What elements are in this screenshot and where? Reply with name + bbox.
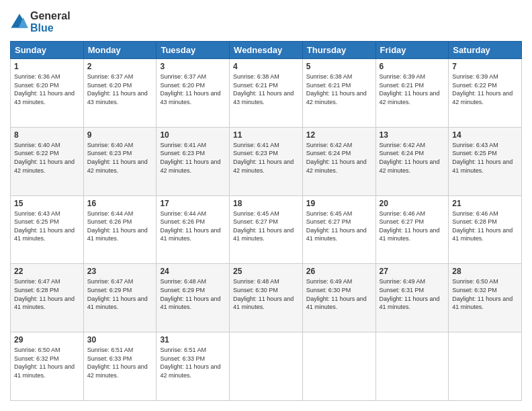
- day-info: Sunrise: 6:41 AMSunset: 6:23 PMDaylight:…: [233, 141, 299, 175]
- day-number: 24: [160, 267, 226, 276]
- day-number: 10: [160, 130, 226, 140]
- day-number: 29: [14, 335, 80, 345]
- day-info: Sunrise: 6:36 AMSunset: 6:20 PMDaylight:…: [14, 73, 80, 106]
- day-number: 6: [380, 62, 445, 71]
- calendar-day-cell: [449, 332, 522, 401]
- logo-text: General Blue: [30, 10, 71, 34]
- calendar-day-header: Saturday: [449, 42, 522, 59]
- calendar-day-cell: 31Sunrise: 6:51 AMSunset: 6:33 PMDayligh…: [157, 332, 230, 401]
- calendar-day-cell: 15Sunrise: 6:43 AMSunset: 6:25 PMDayligh…: [11, 195, 84, 264]
- day-number: 25: [233, 267, 299, 276]
- day-info: Sunrise: 6:45 AMSunset: 6:27 PMDaylight:…: [233, 210, 299, 243]
- day-number: 27: [380, 267, 445, 276]
- calendar-day-cell: 4Sunrise: 6:38 AMSunset: 6:21 PMDaylight…: [230, 59, 303, 128]
- calendar-day-cell: 3Sunrise: 6:37 AMSunset: 6:20 PMDaylight…: [157, 59, 230, 128]
- day-number: 16: [87, 199, 153, 208]
- calendar-week-row: 29Sunrise: 6:50 AMSunset: 6:32 PMDayligh…: [11, 332, 522, 401]
- day-number: 20: [380, 199, 445, 208]
- calendar-day-cell: 23Sunrise: 6:47 AMSunset: 6:29 PMDayligh…: [83, 264, 157, 332]
- day-info: Sunrise: 6:49 AMSunset: 6:31 PMDaylight:…: [380, 277, 445, 311]
- calendar-day-cell: 20Sunrise: 6:46 AMSunset: 6:27 PMDayligh…: [375, 195, 449, 264]
- day-info: Sunrise: 6:45 AMSunset: 6:27 PMDaylight:…: [306, 210, 372, 243]
- calendar-day-cell: 18Sunrise: 6:45 AMSunset: 6:27 PMDayligh…: [230, 195, 303, 264]
- calendar-week-row: 22Sunrise: 6:47 AMSunset: 6:28 PMDayligh…: [11, 264, 522, 332]
- calendar-day-cell: [230, 332, 303, 401]
- calendar-day-cell: 26Sunrise: 6:49 AMSunset: 6:30 PMDayligh…: [302, 264, 375, 332]
- day-info: Sunrise: 6:39 AMSunset: 6:22 PMDaylight:…: [452, 73, 518, 106]
- calendar-day-cell: [302, 332, 375, 401]
- calendar-day-cell: 6Sunrise: 6:39 AMSunset: 6:21 PMDaylight…: [375, 59, 449, 128]
- logo: General Blue: [10, 10, 71, 34]
- day-number: 4: [233, 62, 299, 71]
- calendar-day-cell: 28Sunrise: 6:50 AMSunset: 6:32 PMDayligh…: [449, 264, 522, 332]
- day-info: Sunrise: 6:51 AMSunset: 6:33 PMDaylight:…: [87, 346, 153, 379]
- day-number: 3: [160, 62, 226, 71]
- day-number: 15: [14, 199, 80, 208]
- day-info: Sunrise: 6:38 AMSunset: 6:21 PMDaylight:…: [306, 73, 372, 106]
- day-info: Sunrise: 6:43 AMSunset: 6:25 PMDaylight:…: [14, 210, 80, 243]
- calendar-day-cell: 5Sunrise: 6:38 AMSunset: 6:21 PMDaylight…: [302, 59, 375, 128]
- calendar-day-cell: 17Sunrise: 6:44 AMSunset: 6:26 PMDayligh…: [157, 195, 230, 264]
- day-info: Sunrise: 6:48 AMSunset: 6:29 PMDaylight:…: [160, 277, 226, 311]
- day-info: Sunrise: 6:38 AMSunset: 6:21 PMDaylight:…: [233, 73, 299, 106]
- day-number: 9: [87, 130, 153, 140]
- calendar-day-cell: 1Sunrise: 6:36 AMSunset: 6:20 PMDaylight…: [11, 59, 84, 128]
- calendar-day-cell: 7Sunrise: 6:39 AMSunset: 6:22 PMDaylight…: [449, 59, 522, 128]
- calendar-week-row: 1Sunrise: 6:36 AMSunset: 6:20 PMDaylight…: [11, 59, 522, 128]
- calendar-day-cell: 29Sunrise: 6:50 AMSunset: 6:32 PMDayligh…: [11, 332, 84, 401]
- calendar-day-cell: 14Sunrise: 6:43 AMSunset: 6:25 PMDayligh…: [449, 127, 522, 195]
- day-number: 30: [87, 335, 153, 345]
- day-info: Sunrise: 6:42 AMSunset: 6:24 PMDaylight:…: [306, 141, 372, 175]
- calendar-day-header: Wednesday: [230, 42, 303, 59]
- day-info: Sunrise: 6:51 AMSunset: 6:33 PMDaylight:…: [160, 346, 226, 379]
- day-number: 2: [87, 62, 153, 71]
- day-info: Sunrise: 6:40 AMSunset: 6:22 PMDaylight:…: [14, 141, 80, 175]
- day-number: 12: [306, 130, 372, 140]
- calendar-day-cell: 11Sunrise: 6:41 AMSunset: 6:23 PMDayligh…: [230, 127, 303, 195]
- page: General Blue SundayMondayTuesdayWednesda…: [0, 0, 532, 411]
- day-info: Sunrise: 6:46 AMSunset: 6:27 PMDaylight:…: [380, 210, 445, 243]
- day-number: 22: [14, 267, 80, 276]
- day-info: Sunrise: 6:44 AMSunset: 6:26 PMDaylight:…: [160, 210, 226, 243]
- day-info: Sunrise: 6:47 AMSunset: 6:29 PMDaylight:…: [87, 277, 153, 311]
- day-info: Sunrise: 6:48 AMSunset: 6:30 PMDaylight:…: [233, 277, 299, 311]
- day-info: Sunrise: 6:41 AMSunset: 6:23 PMDaylight:…: [160, 141, 226, 175]
- day-number: 11: [233, 130, 299, 140]
- calendar-day-cell: [375, 332, 449, 401]
- calendar-day-cell: 13Sunrise: 6:42 AMSunset: 6:24 PMDayligh…: [375, 127, 449, 195]
- calendar-day-cell: 30Sunrise: 6:51 AMSunset: 6:33 PMDayligh…: [83, 332, 157, 401]
- calendar-table: SundayMondayTuesdayWednesdayThursdayFrid…: [10, 41, 522, 401]
- day-info: Sunrise: 6:37 AMSunset: 6:20 PMDaylight:…: [87, 73, 153, 106]
- calendar-day-cell: 10Sunrise: 6:41 AMSunset: 6:23 PMDayligh…: [157, 127, 230, 195]
- day-info: Sunrise: 6:50 AMSunset: 6:32 PMDaylight:…: [452, 277, 518, 311]
- day-info: Sunrise: 6:42 AMSunset: 6:24 PMDaylight:…: [380, 141, 445, 175]
- day-info: Sunrise: 6:43 AMSunset: 6:25 PMDaylight:…: [452, 141, 518, 175]
- calendar-header-row: SundayMondayTuesdayWednesdayThursdayFrid…: [11, 42, 522, 59]
- day-number: 1: [14, 62, 80, 71]
- day-number: 8: [14, 130, 80, 140]
- day-number: 18: [233, 199, 299, 208]
- day-info: Sunrise: 6:47 AMSunset: 6:28 PMDaylight:…: [14, 277, 80, 311]
- day-number: 13: [380, 130, 445, 140]
- day-number: 23: [87, 267, 153, 276]
- calendar-day-header: Monday: [83, 42, 157, 59]
- day-number: 28: [452, 267, 518, 276]
- calendar-day-header: Friday: [375, 42, 449, 59]
- header: General Blue: [10, 10, 522, 34]
- day-info: Sunrise: 6:49 AMSunset: 6:30 PMDaylight:…: [306, 277, 372, 311]
- day-info: Sunrise: 6:50 AMSunset: 6:32 PMDaylight:…: [14, 346, 80, 379]
- calendar-day-header: Thursday: [302, 42, 375, 59]
- calendar-day-cell: 16Sunrise: 6:44 AMSunset: 6:26 PMDayligh…: [83, 195, 157, 264]
- calendar-day-header: Tuesday: [157, 42, 230, 59]
- calendar-day-cell: 27Sunrise: 6:49 AMSunset: 6:31 PMDayligh…: [375, 264, 449, 332]
- calendar-week-row: 8Sunrise: 6:40 AMSunset: 6:22 PMDaylight…: [11, 127, 522, 195]
- day-number: 19: [306, 199, 372, 208]
- calendar-day-cell: 9Sunrise: 6:40 AMSunset: 6:23 PMDaylight…: [83, 127, 157, 195]
- calendar-day-cell: 25Sunrise: 6:48 AMSunset: 6:30 PMDayligh…: [230, 264, 303, 332]
- day-number: 26: [306, 267, 372, 276]
- calendar-week-row: 15Sunrise: 6:43 AMSunset: 6:25 PMDayligh…: [11, 195, 522, 264]
- calendar-day-cell: 19Sunrise: 6:45 AMSunset: 6:27 PMDayligh…: [302, 195, 375, 264]
- calendar-day-cell: 22Sunrise: 6:47 AMSunset: 6:28 PMDayligh…: [11, 264, 84, 332]
- day-number: 17: [160, 199, 226, 208]
- day-number: 21: [452, 199, 518, 208]
